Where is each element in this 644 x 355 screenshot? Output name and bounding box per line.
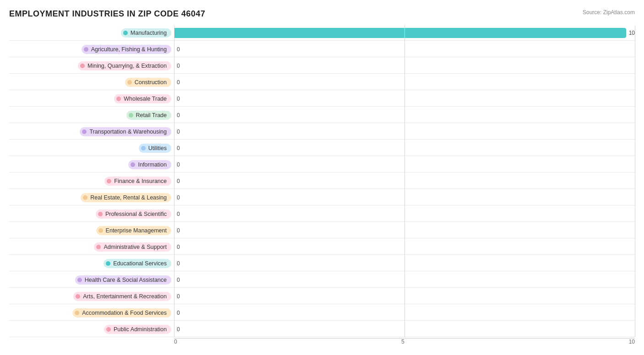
bar-label-area: Administrative & Support	[9, 242, 174, 252]
bar-area: 0	[174, 140, 635, 156]
bar-area: 0	[174, 75, 635, 90]
pill-dot	[107, 179, 111, 183]
bar-area: 0	[174, 256, 635, 271]
bars-wrapper: Manufacturing10Agriculture, Fishing & Hu…	[9, 25, 635, 337]
pill-dot	[84, 47, 88, 52]
bar-value: 0	[177, 244, 180, 250]
industry-pill: Enterprise Management	[96, 226, 171, 235]
bar-row: Finance & Insurance0	[9, 173, 635, 189]
bar-row: Real Estate, Rental & Leasing0	[9, 190, 635, 205]
bar-row: Manufacturing10	[9, 25, 635, 41]
bar-row: Professional & Scientific0	[9, 206, 635, 222]
bar-value: 0	[177, 79, 180, 86]
bar-row: Public Administration0	[9, 322, 635, 337]
bar-value: 0	[177, 63, 180, 69]
chart-title: EMPLOYMENT INDUSTRIES IN ZIP CODE 46047	[9, 9, 205, 19]
industry-pill: Wholesale Trade	[114, 94, 171, 103]
pill-dot	[106, 261, 110, 266]
bar-label-area: Construction	[9, 78, 174, 87]
bar-row: Accommodation & Food Services0	[9, 305, 635, 321]
industry-pill: Real Estate, Rental & Leasing	[81, 193, 171, 202]
bar-value: 0	[177, 46, 180, 53]
pill-dot	[123, 31, 128, 35]
bar-area: 0	[174, 289, 635, 304]
bar-row: Arts, Entertainment & Recreation0	[9, 289, 635, 304]
bar-area: 0	[174, 91, 635, 106]
bar-label-area: Real Estate, Rental & Leasing	[9, 193, 174, 202]
industry-pill: Public Administration	[104, 325, 171, 334]
industry-pill: Arts, Entertainment & Recreation	[73, 292, 171, 301]
bar-label-area: Accommodation & Food Services	[9, 308, 174, 317]
bar-label-area: Public Administration	[9, 325, 174, 334]
axis-tick: 0	[174, 339, 177, 345]
industry-label: Mining, Quarrying, & Extraction	[87, 63, 167, 69]
bar-value: 0	[177, 277, 180, 283]
bar-value: 0	[177, 112, 180, 118]
bar-area: 0	[174, 305, 635, 320]
bar-label-area: Wholesale Trade	[9, 94, 174, 103]
industry-pill: Professional & Scientific	[96, 210, 171, 219]
bar-label-area: Professional & Scientific	[9, 210, 174, 219]
industry-label: Accommodation & Food Services	[82, 310, 167, 316]
bar-value: 0	[177, 145, 180, 151]
bar-label-area: Transportation & Warehousing	[9, 127, 174, 136]
industry-label: Finance & Insurance	[114, 178, 167, 184]
industry-pill: Mining, Quarrying, & Extraction	[78, 61, 171, 70]
bar-area: 0	[174, 108, 635, 123]
pill-dot	[76, 294, 80, 299]
industry-pill: Accommodation & Food Services	[72, 308, 171, 317]
industry-pill: Administrative & Support	[94, 242, 171, 252]
industry-label: Enterprise Management	[106, 227, 167, 234]
industry-label: Wholesale Trade	[124, 96, 167, 102]
bar-row: Utilities0	[9, 140, 635, 156]
pill-dot	[98, 212, 103, 216]
pill-dot	[98, 228, 103, 233]
pill-dot	[116, 97, 121, 101]
pill-dot	[129, 113, 133, 118]
pill-dot	[131, 162, 135, 167]
axis-tick: 5	[177, 339, 629, 345]
bar-area: 0	[174, 190, 635, 205]
pill-dot	[80, 64, 85, 68]
industry-label: Professional & Scientific	[105, 211, 167, 217]
industry-label: Utilities	[148, 145, 167, 151]
bar-row: Administrative & Support0	[9, 239, 635, 255]
bar-area: 0	[174, 272, 635, 287]
bar-label-area: Health Care & Social Assistance	[9, 275, 174, 285]
industry-pill: Information	[128, 160, 171, 169]
bar-label-area: Finance & Insurance	[9, 177, 174, 186]
industry-label: Transportation & Warehousing	[89, 129, 167, 135]
bar-value: 0	[177, 227, 180, 234]
industry-pill: Manufacturing	[121, 28, 171, 38]
grid-line	[635, 25, 635, 337]
industry-pill: Educational Services	[104, 259, 171, 268]
bar-row: Transportation & Warehousing0	[9, 124, 635, 140]
bar-label-area: Enterprise Management	[9, 226, 174, 235]
bar-row: Wholesale Trade0	[9, 91, 635, 107]
bar-value: 0	[177, 129, 180, 135]
bar-value: 0	[177, 260, 180, 267]
pill-dot	[141, 146, 146, 151]
bar-row: Information0	[9, 157, 635, 172]
industry-pill: Agriculture, Fishing & Hunting	[82, 45, 171, 54]
bar-area: 0	[174, 42, 635, 57]
bar-value: 0	[177, 96, 180, 102]
bar-value: 0	[177, 161, 180, 168]
bar-area: 0	[174, 58, 635, 73]
bar-label-area: Mining, Quarrying, & Extraction	[9, 61, 174, 70]
bar-area: 0	[174, 206, 635, 221]
bar-area: 0	[174, 173, 635, 188]
bar-row: Construction0	[9, 75, 635, 90]
bar-area: 0	[174, 124, 635, 139]
industry-pill: Health Care & Social Assistance	[75, 275, 171, 285]
bar-label-area: Retail Trade	[9, 111, 174, 120]
pill-dot	[127, 80, 132, 85]
bar-area: 0	[174, 239, 635, 254]
industry-label: Health Care & Social Assistance	[85, 277, 167, 283]
bar-value: 0	[177, 310, 180, 316]
bar-area: 0	[174, 322, 635, 337]
industry-label: Real Estate, Rental & Leasing	[90, 194, 167, 201]
industry-pill: Transportation & Warehousing	[80, 127, 171, 136]
bar-value: 0	[177, 178, 180, 184]
source-text: Source: ZipAtlas.com	[583, 9, 635, 16]
